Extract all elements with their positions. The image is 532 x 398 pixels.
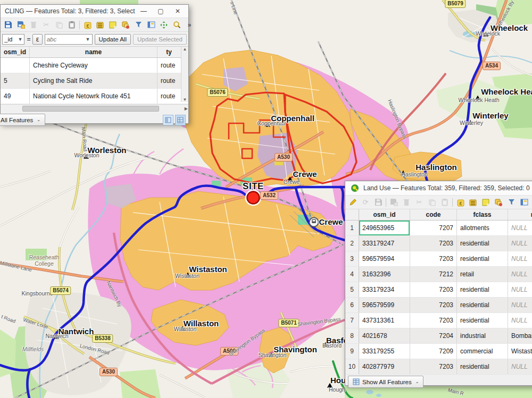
paste-icon[interactable] [66, 20, 77, 30]
row-number[interactable]: 1 [345, 221, 359, 235]
filter-icon[interactable] [133, 20, 144, 30]
row-number[interactable]: 5 [345, 282, 359, 297]
copy-icon[interactable] [54, 20, 64, 30]
table-row[interactable]: 4 31632396 7212 retail NULL [345, 267, 532, 282]
field-calculator-icon[interactable]: ε [82, 20, 93, 30]
column-header-name[interactable]: nam [508, 209, 532, 220]
cycling-attribute-window[interactable]: CLING — Features Total: 3, Filtered: 3, … [0, 4, 189, 124]
column-header-osm-id[interactable]: osm_id [1, 47, 30, 57]
cell-name: NULL [508, 282, 532, 297]
delete-icon[interactable] [28, 20, 39, 30]
cycling-table-header[interactable]: osm_id name ty [1, 47, 188, 58]
table-row[interactable]: 5 333179234 7203 residential NULL [345, 282, 532, 298]
row-number[interactable]: 3 [345, 251, 359, 266]
cell-osm-id[interactable]: 249653965 [359, 221, 410, 235]
table-row[interactable]: 3 596579594 7203 residential NULL [345, 251, 532, 267]
expression-builder-button[interactable]: ε [32, 34, 42, 45]
cell-code: 7203 [410, 251, 457, 266]
row-number[interactable]: 6 [345, 298, 359, 312]
update-all-button[interactable]: Update All [95, 34, 131, 45]
save-edits-icon[interactable] [373, 197, 384, 207]
paste-icon[interactable] [439, 197, 450, 207]
feature-filter-button[interactable]: Show All Features⌄ [348, 376, 423, 388]
cell-code: 7204 [410, 328, 457, 343]
pan-to-selection-icon[interactable] [159, 20, 169, 30]
field-selector[interactable]: _id▼ [2, 34, 24, 45]
table-row[interactable]: 8 4021678 7204 industrial Bombard [345, 328, 532, 344]
cell-fclass: allotments [457, 221, 508, 235]
dock-panel-icon[interactable] [146, 20, 156, 30]
copy-features-icon[interactable] [15, 20, 26, 30]
dock-panel-icon[interactable] [519, 197, 529, 207]
row-number-header [345, 209, 359, 220]
open-form-icon[interactable] [480, 197, 491, 207]
row-number[interactable]: 2 [345, 236, 359, 251]
column-header-osm-id[interactable]: osm_id [359, 209, 410, 220]
column-header-type[interactable]: ty [157, 47, 180, 57]
cell-fclass: residential [457, 236, 508, 251]
landuse-attribute-window[interactable]: Land Use — Features Total: 359, Filtered… [345, 181, 532, 386]
feature-filter-button[interactable]: All Features⌄ [0, 114, 45, 126]
reload-icon[interactable]: ⟳ [360, 197, 371, 207]
zoom-to-selection-icon[interactable] [171, 20, 182, 30]
cell-osm-id: 333179255 [359, 344, 410, 359]
landuse-window-titlebar[interactable]: Land Use — Features Total: 359, Filtered… [345, 181, 532, 196]
column-header-name[interactable]: name [30, 47, 157, 57]
toggle-editing-icon[interactable] [347, 197, 358, 207]
toolbar-separator [452, 198, 453, 207]
highlight-features-icon[interactable] [493, 197, 504, 207]
cell-type: route [157, 73, 180, 88]
cell-name: NULL [508, 298, 532, 312]
table-row[interactable]: 6 596579599 7203 residential NULL [345, 298, 532, 313]
table-row[interactable]: 5 Cycling the Salt Ride route [1, 73, 188, 89]
cycling-window-titlebar[interactable]: CLING — Features Total: 3, Filtered: 3, … [1, 5, 188, 18]
select-by-expression-icon[interactable] [95, 20, 105, 30]
table-view-toggle[interactable] [175, 115, 186, 125]
horizontal-scrollbar[interactable]: ▶ [1, 104, 188, 113]
row-number[interactable]: 4 [345, 267, 359, 282]
cell-type: route [157, 58, 180, 73]
scrollbar-thumb[interactable] [22, 106, 159, 112]
table-row[interactable]: 10 402877979 7203 residential NULL [345, 359, 532, 375]
copy-features-icon[interactable] [388, 197, 399, 207]
table-row[interactable]: 49 National Cycle Netowrk Route 451 rout… [1, 89, 188, 104]
copy-icon[interactable] [427, 197, 437, 207]
form-view-toggle[interactable] [163, 115, 173, 125]
cell-fclass: residential [457, 298, 508, 312]
table-row[interactable]: 7 437313361 7203 residential NULL [345, 313, 532, 328]
column-header-code[interactable]: code [410, 209, 457, 220]
cell-name: Wistaston [508, 344, 532, 359]
table-row[interactable]: Cheshire Cycleway route [1, 58, 188, 73]
filter-icon[interactable] [506, 197, 517, 207]
cell-code: 7203 [410, 359, 457, 374]
maximize-button[interactable]: ▢ [152, 5, 169, 17]
landuse-table-header[interactable]: osm_id code fclass nam [345, 209, 532, 221]
close-button[interactable]: ✕ [169, 5, 186, 17]
row-number[interactable]: 10 [345, 359, 359, 374]
minimize-button[interactable]: — [135, 5, 152, 17]
highlight-features-icon[interactable] [120, 20, 131, 30]
row-number[interactable]: 8 [345, 328, 359, 343]
cut-icon[interactable]: ✂ [414, 197, 425, 207]
vertical-scrollbar[interactable]: ▲▼ [181, 47, 188, 102]
expression-input[interactable]: abc▼ [45, 34, 93, 45]
table-row[interactable]: 9 333179255 7209 commercial Wistaston [345, 344, 532, 359]
save-edits-icon[interactable] [3, 20, 13, 30]
cell-osm-id: 596579594 [359, 251, 410, 266]
select-by-expression-icon[interactable] [468, 197, 478, 207]
cell-name: NULL [508, 359, 532, 374]
row-number[interactable]: 7 [345, 313, 359, 328]
table-row[interactable]: 1 249653965 7207 allotments NULL [345, 221, 532, 236]
landuse-table: osm_id code fclass nam 1 249653965 7207 … [345, 209, 532, 375]
toolbar-overflow-icon[interactable]: » [184, 20, 195, 30]
cut-icon[interactable]: ✂ [41, 20, 52, 30]
field-calculator-icon[interactable]: ε [455, 197, 466, 207]
delete-icon[interactable] [401, 197, 412, 207]
update-selected-button[interactable]: Update Selected [133, 34, 187, 45]
column-header-fclass[interactable]: fclass [457, 209, 508, 220]
cell-code: 7203 [410, 236, 457, 251]
open-form-icon[interactable] [107, 20, 118, 30]
cell-osm-id: 333179234 [359, 282, 410, 297]
table-row[interactable]: 2 333179247 7203 residential NULL [345, 236, 532, 251]
row-number[interactable]: 9 [345, 344, 359, 359]
